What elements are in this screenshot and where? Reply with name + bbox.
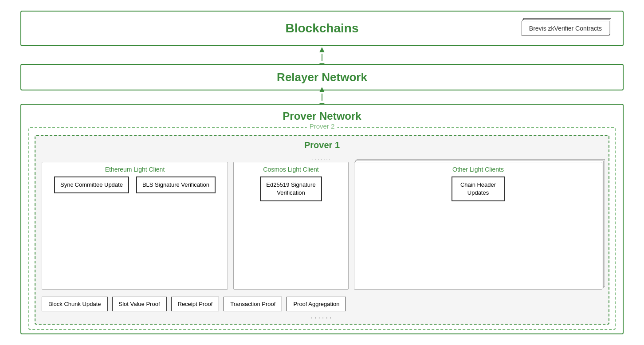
arrow-relayer-prover: ▲ ▼: [20, 90, 624, 104]
cosmos-light-client-label: Cosmos Light Client: [263, 166, 318, 173]
light-clients-row: Ethereum Light Client Sync Committee Upd…: [42, 162, 602, 290]
ethereum-light-client-box: Ethereum Light Client Sync Committee Upd…: [42, 162, 228, 290]
zk-verifier-stack: Brevis zkVerifier Contracts: [522, 21, 609, 36]
prover-network-title: Prover Network: [28, 110, 616, 122]
ed25519-text: Ed25519 SignatureVerification: [266, 181, 315, 196]
blockchains-box: Blockchains Brevis zkVerifier Contracts: [20, 11, 624, 46]
arrow-blockchains-relayer: ▲ ▼: [20, 51, 624, 64]
cosmos-light-client-box: Cosmos Light Client Ed25519 SignatureVer…: [233, 162, 349, 290]
bls-signature-text: BLS Signature Verification: [142, 181, 209, 188]
proof-aggregation-label: Proof Aggregation: [293, 301, 339, 307]
prover2-label: Prover 2: [307, 122, 338, 130]
ethereum-light-client-label: Ethereum Light Client: [105, 166, 165, 173]
shaft-2: [322, 94, 323, 101]
prover1-box: Prover 1 ....... Ethereum Light Client S…: [35, 135, 609, 325]
other-light-client-label: Other Light Clients: [452, 166, 504, 173]
transaction-proof-label: Transaction Proof: [230, 301, 275, 307]
chain-header-text: Chain HeaderUpdates: [460, 181, 496, 196]
chain-header-box: Chain HeaderUpdates: [452, 176, 505, 201]
other-light-clients-stack: Other Light Clients Chain HeaderUpdates: [354, 162, 602, 290]
prover1-title: Prover 1: [42, 140, 602, 150]
sync-committee-box: Sync Committee Update: [54, 176, 129, 193]
shaft-1: [322, 54, 323, 61]
ethereum-inner: Sync Committee Update BLS Signature Veri…: [54, 176, 216, 193]
relayer-title: Relayer Network: [277, 71, 367, 84]
slot-value-proof-label: Slot Value Proof: [119, 301, 160, 307]
blockchains-title: Blockchains: [286, 21, 359, 35]
bottom-items-row: Block Chunk Update Slot Value Proof Rece…: [42, 297, 602, 311]
arrow-up-2: ▲: [318, 85, 326, 94]
blockchains-row: Blockchains Brevis zkVerifier Contracts: [20, 11, 624, 51]
slot-value-proof-box: Slot Value Proof: [112, 297, 167, 311]
zk-verifier-front: Brevis zkVerifier Contracts: [522, 21, 609, 36]
block-chunk-update-box: Block Chunk Update: [42, 297, 108, 311]
receipt-proof-box: Receipt Proof: [171, 297, 220, 311]
other-light-client-box: Other Light Clients Chain HeaderUpdates: [354, 162, 602, 290]
transaction-proof-box: Transaction Proof: [224, 297, 282, 311]
sync-committee-text: Sync Committee Update: [60, 181, 123, 188]
proof-aggregation-box: Proof Aggregation: [287, 297, 346, 311]
prover-network-box: Prover Network Prover 2 Prover 1 .......…: [20, 104, 624, 334]
block-chunk-update-label: Block Chunk Update: [48, 301, 101, 307]
diagram: Blockchains Brevis zkVerifier Contracts …: [12, 6, 632, 339]
receipt-proof-label: Receipt Proof: [178, 301, 213, 307]
bls-signature-box: BLS Signature Verification: [136, 176, 216, 193]
ed25519-box: Ed25519 SignatureVerification: [260, 176, 322, 201]
dots-bottom: ......: [42, 312, 602, 320]
